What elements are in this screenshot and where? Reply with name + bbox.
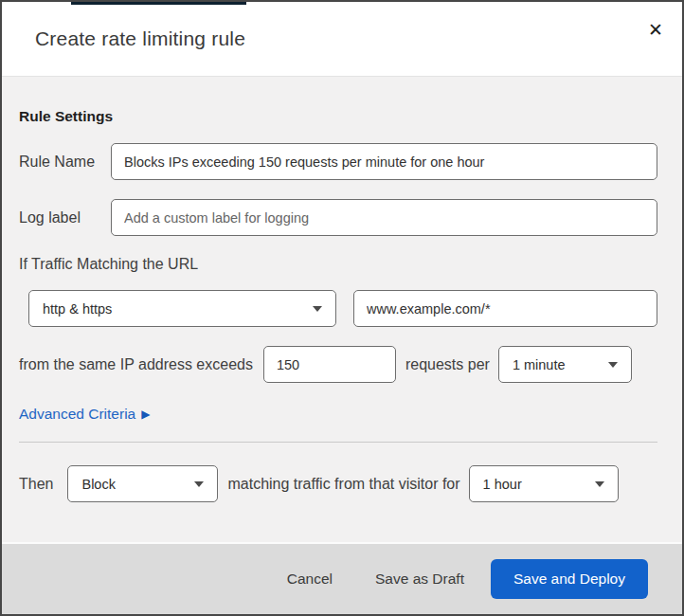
traffic-matching-text: If Traffic Matching the URL [19,256,657,273]
matching-traffic-text: matching traffic from that visitor for [227,476,459,493]
log-label-input[interactable] [111,199,657,236]
action-select[interactable]: Block [67,465,218,502]
threshold-row: from the same IP address exceeds request… [19,346,657,383]
save-as-draft-button[interactable]: Save as Draft [375,563,464,595]
action-select-value: Block [81,477,115,492]
requests-count-input[interactable] [263,346,396,383]
dialog-body: Rule Settings Rule Name Log label If Tra… [2,77,682,542]
then-text: Then [19,476,53,493]
scheme-select-value: http & https [43,301,112,317]
duration-select-value: 1 hour [483,477,522,492]
rule-settings-heading: Rule Settings [19,108,657,125]
requests-per-text: requests per [405,356,490,373]
dialog-header: Create rate limiting rule ✕ [2,2,682,77]
rule-name-input[interactable] [111,143,657,180]
background-window-edge [71,2,246,5]
period-select[interactable]: 1 minute [498,346,632,383]
cancel-button[interactable]: Cancel [287,563,333,595]
exceeds-prefix-text: from the same IP address exceeds [19,356,253,373]
rule-name-row: Rule Name [19,143,657,180]
advanced-criteria-link[interactable]: Advanced Criteria ▶ [19,406,150,423]
chevron-down-icon [313,306,322,312]
section-divider [19,442,657,443]
dialog-footer: Cancel Save as Draft Save and Deploy [2,542,682,614]
dialog-title: Create rate limiting rule [35,27,245,50]
scheme-select[interactable]: http & https [28,290,336,327]
period-select-value: 1 minute [513,357,566,372]
arrow-right-icon: ▶ [141,408,150,421]
chevron-down-icon [194,481,204,487]
chevron-down-icon [608,362,618,368]
log-label-row: Log label [19,199,657,236]
action-row: Then Block matching traffic from that vi… [19,465,657,502]
scheme-url-row: http & https [28,290,657,327]
log-label-label: Log label [19,209,111,226]
save-and-deploy-button[interactable]: Save and Deploy [491,559,648,599]
duration-select[interactable]: 1 hour [469,465,619,502]
close-icon[interactable]: ✕ [641,15,670,44]
advanced-criteria-label: Advanced Criteria [19,406,135,423]
url-input[interactable] [353,290,657,327]
chevron-down-icon [595,481,604,487]
create-rate-limiting-rule-dialog: Create rate limiting rule ✕ Rule Setting… [0,0,684,616]
rule-name-label: Rule Name [19,154,111,171]
